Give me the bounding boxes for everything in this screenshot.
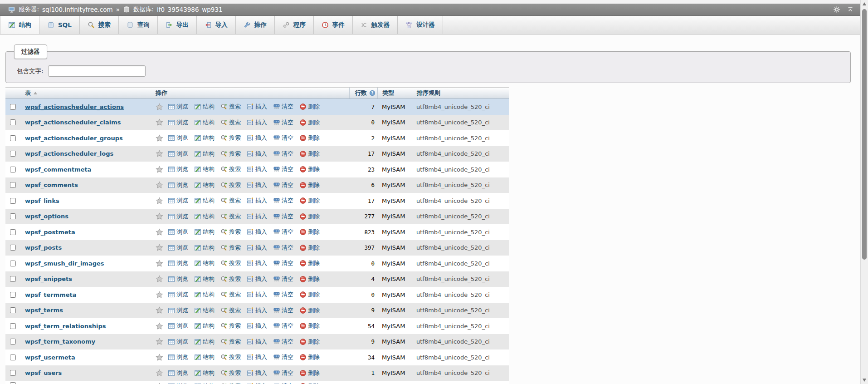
scrollbar-thumb[interactable] (862, 9, 867, 260)
help-icon[interactable]: ? (369, 90, 375, 96)
table-name-link[interactable]: wpsf_term_relationships (25, 323, 106, 330)
action-empty[interactable]: 清空 (273, 197, 293, 205)
action-drop[interactable]: 删除 (299, 338, 320, 346)
table-name-link[interactable]: wpsf_links (25, 197, 59, 204)
database-link[interactable]: if0_39543986_wp931 (157, 6, 223, 13)
action-structure[interactable]: 结构 (194, 338, 215, 346)
action-insert[interactable]: 插入 (247, 353, 267, 361)
action-empty[interactable]: 清空 (273, 338, 293, 346)
table-name-link[interactable]: wpsf_postmeta (25, 229, 75, 236)
action-drop[interactable]: 删除 (299, 103, 320, 111)
action-drop[interactable]: 删除 (299, 212, 320, 221)
favorite-star-icon[interactable] (156, 150, 163, 158)
page-scrollbar[interactable] (860, 0, 868, 384)
tab-search[interactable]: 搜索 (80, 16, 119, 34)
row-checkbox[interactable] (10, 323, 16, 329)
row-checkbox[interactable] (10, 167, 16, 172)
tab-query[interactable]: 查询 (119, 16, 158, 34)
action-search[interactable]: 搜索 (220, 134, 241, 142)
action-empty[interactable]: 清空 (273, 118, 293, 127)
favorite-star-icon[interactable] (156, 275, 163, 283)
action-empty[interactable]: 清空 (273, 103, 293, 111)
action-structure[interactable]: 结构 (194, 275, 215, 283)
action-empty[interactable]: 清空 (273, 134, 293, 142)
action-search[interactable]: 搜索 (220, 369, 241, 377)
action-browse[interactable]: 浏览 (168, 306, 188, 315)
row-checkbox[interactable] (10, 261, 16, 266)
action-search[interactable]: 搜索 (220, 165, 241, 173)
action-browse[interactable]: 浏览 (168, 197, 188, 205)
favorite-star-icon[interactable] (156, 181, 163, 189)
action-insert[interactable]: 插入 (247, 197, 267, 205)
action-insert[interactable]: 插入 (247, 118, 267, 127)
action-insert[interactable]: 插入 (247, 290, 267, 299)
action-insert[interactable]: 插入 (247, 275, 267, 283)
table-name-link[interactable]: wpsf_comments (25, 182, 78, 188)
row-checkbox[interactable] (10, 151, 16, 157)
action-search[interactable]: 搜索 (220, 212, 241, 221)
action-search[interactable]: 搜索 (220, 228, 241, 236)
favorite-star-icon[interactable] (156, 322, 163, 330)
server-link[interactable]: sql100.infinityfree.com (42, 6, 113, 13)
action-search[interactable]: 搜索 (220, 322, 241, 330)
favorite-star-icon[interactable] (156, 369, 163, 377)
row-checkbox[interactable] (10, 276, 16, 282)
table-name-link[interactable]: wpsf_posts (25, 244, 62, 251)
table-name-link[interactable]: wpsf_actionscheduler_claims (25, 119, 121, 126)
action-search[interactable]: 搜索 (220, 118, 241, 127)
action-drop[interactable]: 删除 (299, 275, 320, 283)
action-structure[interactable]: 结构 (194, 134, 215, 142)
tab-events[interactable]: 事件 (314, 16, 353, 34)
tab-export[interactable]: 导出 (158, 16, 197, 34)
action-structure[interactable]: 结构 (194, 353, 215, 361)
action-structure[interactable]: 结构 (194, 103, 215, 111)
action-empty[interactable]: 清空 (273, 259, 293, 267)
row-checkbox[interactable] (10, 135, 16, 141)
action-drop[interactable]: 删除 (299, 259, 320, 267)
table-name-link[interactable]: wpsf_options (25, 213, 68, 220)
action-insert[interactable]: 插入 (247, 165, 267, 173)
action-search[interactable]: 搜索 (220, 150, 241, 158)
action-insert[interactable]: 插入 (247, 259, 267, 267)
action-search[interactable]: 搜索 (220, 353, 241, 361)
action-empty[interactable]: 清空 (273, 165, 293, 173)
table-name-link[interactable]: wpsf_users (25, 369, 62, 376)
row-checkbox[interactable] (10, 213, 16, 219)
action-search[interactable]: 搜索 (220, 275, 241, 283)
action-browse[interactable]: 浏览 (168, 103, 188, 111)
action-search[interactable]: 搜索 (220, 338, 241, 346)
action-insert[interactable]: 插入 (247, 134, 267, 142)
row-checkbox[interactable] (10, 119, 16, 125)
action-structure[interactable]: 结构 (194, 290, 215, 299)
scrollbar-up-arrow-icon[interactable] (863, 2, 866, 5)
favorite-star-icon[interactable] (156, 134, 163, 142)
action-browse[interactable]: 浏览 (168, 322, 188, 330)
action-empty[interactable]: 清空 (273, 322, 293, 330)
row-checkbox[interactable] (10, 245, 16, 251)
action-drop[interactable]: 删除 (299, 118, 320, 127)
action-structure[interactable]: 结构 (194, 212, 215, 221)
action-empty[interactable]: 清空 (273, 382, 293, 384)
action-empty[interactable]: 清空 (273, 228, 293, 236)
table-name-link[interactable]: wpsf_termmeta (25, 291, 77, 298)
action-browse[interactable]: 浏览 (168, 181, 188, 189)
action-browse[interactable]: 浏览 (168, 338, 188, 346)
gear-icon[interactable] (833, 6, 840, 13)
action-empty[interactable]: 清空 (273, 353, 293, 361)
action-insert[interactable]: 插入 (247, 181, 267, 189)
action-structure[interactable]: 结构 (194, 118, 215, 127)
action-structure[interactable]: 结构 (194, 382, 215, 384)
row-checkbox[interactable] (10, 182, 16, 188)
action-structure[interactable]: 结构 (194, 181, 215, 189)
tab-sql[interactable]: SQL (39, 16, 80, 34)
favorite-star-icon[interactable] (156, 291, 163, 299)
table-name-link[interactable]: wpsf_term_taxonomy (25, 338, 95, 345)
row-checkbox[interactable] (10, 307, 16, 313)
table-name-link[interactable]: wpsf_smush_dir_images (25, 260, 104, 267)
action-browse[interactable]: 浏览 (168, 353, 188, 361)
action-browse[interactable]: 浏览 (168, 150, 188, 158)
action-insert[interactable]: 插入 (247, 103, 267, 111)
action-structure[interactable]: 结构 (194, 150, 215, 158)
action-drop[interactable]: 删除 (299, 353, 320, 361)
action-search[interactable]: 搜索 (220, 290, 241, 299)
